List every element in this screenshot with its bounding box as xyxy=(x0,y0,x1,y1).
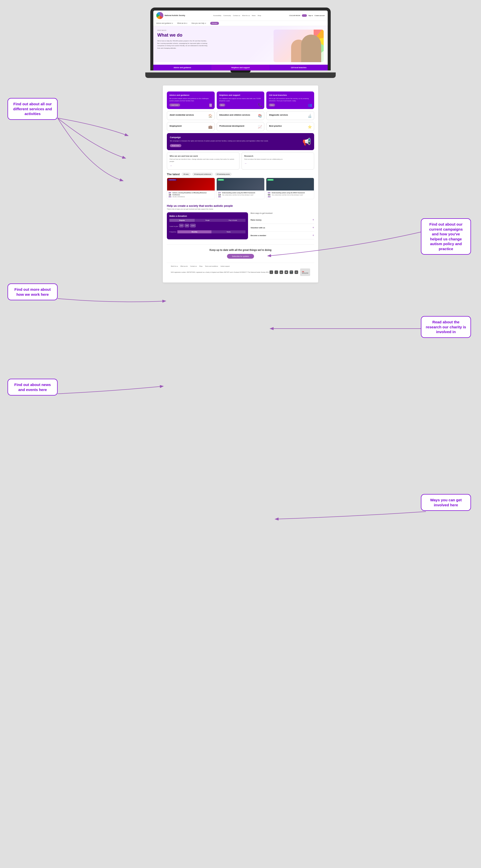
footer-shop-link[interactable]: Shop xyxy=(199,266,202,267)
card-employment[interactable]: Employment 💼 xyxy=(167,122,215,131)
facebook-icon[interactable]: f xyxy=(269,271,273,274)
footer-right: f t in ▶ 📷 G FR REGULATOR xyxy=(269,269,310,276)
news-img-3: TRAINING xyxy=(266,178,314,190)
youtube-icon[interactable]: ▶ xyxy=(285,271,288,274)
service-bar-advice[interactable]: Advice and guidance xyxy=(153,65,212,70)
donate-button[interactable]: Donate xyxy=(210,22,219,25)
news-card-2[interactable]: TRAINING OCT 14 2021 Understanding a xyxy=(217,178,264,199)
news-year-2: 2021 xyxy=(218,196,221,197)
donation-tab-single[interactable]: Single xyxy=(195,219,220,222)
card-residential-title: Adult residential services xyxy=(170,114,212,116)
nav-contact[interactable]: Contact us xyxy=(233,15,240,16)
instagram-icon[interactable]: 📷 xyxy=(290,271,293,274)
footer-reg-text: NAS registration number: 269732©2021, re… xyxy=(171,272,269,273)
create-account-link[interactable]: Create account xyxy=(314,15,325,16)
sign-in-link[interactable]: Sign in xyxy=(309,15,313,16)
twitter-icon[interactable]: t xyxy=(275,271,278,274)
campaign-read-more-button[interactable]: Read more xyxy=(170,144,181,147)
nav-shop[interactable]: Shop xyxy=(258,15,261,16)
news-card-1[interactable]: CONFERENCE SEP 16 2021 Autism, Learn xyxy=(167,178,215,199)
member-item[interactable]: Become a member + xyxy=(251,231,314,239)
freq-monthly-button[interactable]: Monthly xyxy=(178,230,212,234)
card-professional[interactable]: Professional development 📈 xyxy=(217,122,264,131)
who-we-are-card[interactable]: Who we are and how we work Find out how … xyxy=(167,152,239,170)
news-badge-1: CONFERENCE xyxy=(168,179,177,181)
linkedin-icon[interactable]: in xyxy=(280,271,283,274)
footer-terms-link[interactable]: Terms and conditions xyxy=(205,266,218,267)
footer-what-link[interactable]: What we do xyxy=(181,266,188,267)
service-bar-helplines[interactable]: Helplines and support xyxy=(212,65,269,70)
card-employment-title: Employment xyxy=(170,125,212,127)
who-we-are-text: Find out how we transform lives, change … xyxy=(170,158,237,163)
annotated-content: Find out about all our different service… xyxy=(0,86,481,282)
nav-how-help[interactable]: How you can help ∨ xyxy=(191,22,206,24)
filter-training-button[interactable]: All training and conferences xyxy=(192,173,213,176)
site-footer: Work for us What we do Contact us Shop T… xyxy=(167,263,314,278)
news-title-2: Understanding autism using the DISCO fra… xyxy=(222,192,263,194)
news-venue-2: THE LORNA WING CENTRE FOR AUTISM, BROMLE… xyxy=(222,194,263,196)
amount-50-button[interactable]: £50 xyxy=(185,224,189,227)
freq-yearly-button[interactable]: Yearly xyxy=(212,230,246,234)
footer-autism-link[interactable]: Autism support xyxy=(220,266,230,267)
news-info-2: Understanding autism using the DISCO fra… xyxy=(222,192,263,196)
footer-contact-link[interactable]: Contact us xyxy=(190,266,197,267)
card-education-title: Education and children services xyxy=(220,114,262,116)
helplines-more-button[interactable]: More xyxy=(219,103,225,106)
volunteer-plus-icon: + xyxy=(312,226,314,229)
branches-more-button[interactable]: More xyxy=(269,103,275,106)
news-img-2: TRAINING xyxy=(217,178,264,190)
filter-all-news-button[interactable]: All news xyxy=(182,173,190,176)
card-diagnostic[interactable]: Diagnostic services 🔬 xyxy=(266,111,314,120)
card-education[interactable]: Education and children services 📚 xyxy=(217,111,264,120)
volunteer-label: Volunteer with us xyxy=(251,227,265,228)
news-date-col-3: FEB 04 2022 xyxy=(268,192,270,197)
give-row: I want to give £10 £50 £100 xyxy=(169,224,246,229)
card-helplines-title: Helplines and support xyxy=(219,94,262,96)
nav-advice[interactable]: Advice and guidance ∨ xyxy=(156,22,173,24)
raise-money-item[interactable]: Raise money + xyxy=(251,216,314,224)
advice-read-more-button[interactable]: read more xyxy=(169,103,180,106)
nav-accessibility[interactable]: Accessibility xyxy=(213,15,221,16)
card-best-practice-title: Best practice xyxy=(269,125,311,127)
google-icon[interactable]: G xyxy=(295,271,298,274)
colour-book-label: COLOUR BOOK xyxy=(289,15,300,16)
help-title: Help us create a society that works auti… xyxy=(167,204,314,207)
nav-news[interactable]: News xyxy=(252,15,256,16)
annotation-news: Find out about news and events here xyxy=(7,379,58,396)
card-advice-title: Advice and guidance xyxy=(169,94,212,96)
news-content-2: OCT 14 2021 Understanding autism using t… xyxy=(217,190,264,199)
hero-text: WHAT WE DO What we do We're here to help… xyxy=(157,30,271,50)
news-badge-3: TRAINING xyxy=(267,179,274,181)
card-best-practice[interactable]: Best practice ⭐ xyxy=(266,122,314,131)
amount-10-button[interactable]: £10 xyxy=(179,224,184,227)
card-helplines: Helplines and support Our helplines and … xyxy=(217,92,264,109)
help-section: Help us create a society that works auti… xyxy=(167,202,314,241)
donation-tab-regular[interactable]: Regular xyxy=(169,219,195,222)
subscribe-title: Keep up to date with all the great thing… xyxy=(167,249,314,251)
subscribe-button[interactable]: Subscribe for updates xyxy=(227,254,254,259)
card-advice-text: We provide indepth advice and guidance o… xyxy=(169,97,212,102)
nav-work[interactable]: Work for us xyxy=(242,15,250,16)
card-branches-icon: 👥 xyxy=(308,103,312,107)
nav-community[interactable]: Community xyxy=(223,15,231,16)
footer-links: Work for us What we do Contact us Shop T… xyxy=(171,266,310,267)
research-card[interactable]: Research Find out about the latest resea… xyxy=(242,152,314,170)
latest-title: The latest xyxy=(167,173,180,176)
nav-what-we-do[interactable]: What we do ∨ xyxy=(177,22,187,24)
annotation-research: Read about the research our charity is i… xyxy=(421,316,471,338)
info-row: Who we are and how we work Find out how … xyxy=(167,152,314,170)
toggle-switch[interactable] xyxy=(302,14,307,17)
card-professional-icon: 📈 xyxy=(258,125,262,129)
amount-100-button[interactable]: £100 xyxy=(190,224,195,227)
laptop-base xyxy=(145,72,336,78)
service-bar-branches[interactable]: 116 local branches xyxy=(269,65,328,70)
annotation-services: Find out about all our different service… xyxy=(7,98,58,120)
news-card-3[interactable]: TRAINING FEB 04 2022 Understanding a xyxy=(266,178,314,199)
footer-work-link[interactable]: Work for us xyxy=(171,266,178,267)
card-residential[interactable]: Adult residential services 🏠 xyxy=(167,111,215,120)
hero-title: What we do xyxy=(157,33,271,38)
filter-fundraising-button[interactable]: All fundraising events xyxy=(215,173,231,176)
volunteer-item[interactable]: Volunteer with us + xyxy=(251,224,314,231)
donation-tab-pay[interactable]: Pay in funds xyxy=(220,219,246,222)
service-cards-row1: Advice and guidance We provide indepth a… xyxy=(167,92,314,109)
